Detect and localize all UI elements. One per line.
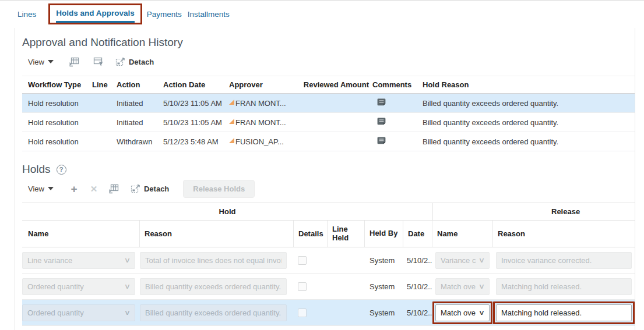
- col-header-action-date[interactable]: Action Date: [163, 80, 229, 89]
- release-reason-value: Matching hold released.: [501, 308, 627, 317]
- col-header-hold-reason[interactable]: Reason: [140, 221, 294, 247]
- comments-cell: [372, 98, 423, 108]
- hold-reason-cell: Billed quantity exceeds ordered quantity…: [423, 118, 635, 127]
- query-by-example-button[interactable]: [91, 55, 106, 68]
- col-header-release-reason[interactable]: Reason: [493, 221, 635, 247]
- col-header-line[interactable]: Line: [92, 80, 117, 89]
- details-checkbox[interactable]: [298, 282, 307, 291]
- approval-history-table: Workflow Type Line Action Action Date Ap…: [22, 76, 635, 151]
- detach-button[interactable]: Detach: [115, 57, 154, 66]
- holds-title-text: Holds: [22, 163, 51, 176]
- release-holds-button[interactable]: Release Holds: [183, 180, 255, 198]
- release-name-select[interactable]: Match override ∨: [435, 304, 490, 321]
- workflow-type-cell: Hold resolution: [28, 118, 92, 127]
- holds-table-row[interactable]: Ordered quantity ∨ Billed quantity excee…: [22, 300, 635, 326]
- invoice-detail-page: Lines Holds and Approvals Payments Insta…: [0, 0, 644, 330]
- approval-table-row[interactable]: Hold resolution Initiated 5/10/23 11:05 …: [22, 94, 635, 113]
- holds-table-header: Name Reason Details Line Held Held By Da…: [22, 221, 635, 247]
- details-checkbox[interactable]: [298, 256, 307, 265]
- release-reason-cell: Matching hold released.: [493, 275, 635, 298]
- tab-payments[interactable]: Payments: [147, 10, 182, 19]
- release-name-value: Match override: [441, 308, 476, 317]
- col-header-action[interactable]: Action: [117, 80, 163, 89]
- release-reason-annotation-box: Matching hold released.: [493, 275, 635, 298]
- release-reason-input: Matching hold released.: [496, 278, 632, 295]
- help-icon[interactable]: ?: [57, 165, 66, 175]
- holds-detach-button[interactable]: Detach: [131, 184, 169, 193]
- details-checkbox[interactable]: [298, 308, 307, 317]
- col-header-held-by[interactable]: Held By: [365, 221, 403, 247]
- comments-cell: [372, 117, 423, 127]
- export-to-excel-button[interactable]: [66, 55, 82, 68]
- release-reason-cell: Invoice variance corrected.: [493, 249, 635, 272]
- col-header-line-held[interactable]: Line Held: [328, 221, 365, 247]
- release-name-value: Match override: [441, 282, 476, 291]
- export-table-icon: [69, 57, 79, 67]
- caret-down-icon: [48, 187, 54, 190]
- approver-cell: FRAN MONT...: [229, 99, 301, 108]
- release-name-annotation-box: Match override ∨: [432, 301, 492, 324]
- release-reason-value: Matching hold released.: [501, 282, 627, 291]
- approver-name: FRAN MONT...: [235, 99, 286, 108]
- action-date-cell: 5/12/23 5:48 AM: [163, 137, 229, 146]
- hold-name-select: Ordered quantity ∨: [22, 304, 135, 321]
- group-header-hold: Hold: [22, 207, 432, 216]
- holds-table-row[interactable]: Ordered quantity ∨ Billed quantity excee…: [22, 274, 635, 300]
- view-menu-button[interactable]: View: [22, 58, 54, 66]
- hold-reason-value: Billed quantity exceeds ordered quantity…: [145, 282, 281, 291]
- date-cell: 5/10/2...: [403, 256, 432, 265]
- approval-table-row[interactable]: Hold resolution Initiated 5/10/23 11:05 …: [22, 113, 635, 132]
- holds-view-menu-button[interactable]: View: [22, 184, 54, 193]
- col-header-reviewed-amount[interactable]: Reviewed Amount: [301, 80, 372, 89]
- details-cell: [294, 282, 328, 291]
- comment-icon[interactable]: [377, 98, 386, 107]
- details-cell: [294, 308, 328, 317]
- active-tab-underline: [56, 21, 135, 23]
- view-menu-label: View: [28, 58, 44, 66]
- release-name-cell: Variance corrected ∨: [432, 249, 493, 272]
- tab-lines[interactable]: Lines: [17, 10, 36, 19]
- hold-name-value: Line variance: [27, 256, 121, 265]
- release-name-value: Variance corrected: [441, 256, 476, 265]
- chevron-down-icon: ∨: [124, 256, 131, 264]
- action-date-cell: 5/10/23 11:05 AM: [163, 118, 229, 127]
- tab-installments[interactable]: Installments: [188, 10, 230, 19]
- comment-icon[interactable]: [377, 136, 386, 145]
- action-date-cell: 5/10/23 11:05 AM: [163, 99, 229, 108]
- chevron-down-icon: ∨: [478, 256, 485, 264]
- release-reason-annotation-box: Invoice variance corrected.: [493, 249, 635, 272]
- detach-label: Detach: [144, 184, 169, 193]
- holds-table-row[interactable]: Line variance ∨ Total of invoice lines d…: [22, 247, 635, 274]
- hold-name-select: Line variance ∨: [22, 252, 135, 269]
- col-header-workflow-type[interactable]: Workflow Type: [28, 80, 92, 89]
- hold-reason-cell: Billed quantity exceeds ordered quantity…: [140, 304, 294, 321]
- approver-name: FUSION_AP...: [235, 137, 284, 146]
- approval-table-row[interactable]: Hold resolution Withdrawn 5/12/23 5:48 A…: [22, 132, 635, 151]
- col-header-date[interactable]: Date: [403, 221, 432, 247]
- col-header-comments[interactable]: Comments: [372, 80, 423, 89]
- col-header-hold-name[interactable]: Name: [22, 221, 140, 247]
- release-reason-input[interactable]: Matching hold released.: [496, 304, 632, 321]
- date-cell: 5/10/2...: [403, 282, 432, 291]
- holds-export-to-excel-button[interactable]: [106, 182, 121, 195]
- col-header-details[interactable]: Details: [294, 221, 328, 247]
- release-name-annotation-box: Variance corrected ∨: [432, 249, 492, 272]
- col-header-release-name[interactable]: Name: [432, 221, 493, 247]
- approval-section-title: Approval and Notification History: [22, 36, 635, 49]
- holds-view-menu-label: View: [28, 184, 44, 193]
- release-reason-cell: Matching hold released.: [493, 301, 635, 324]
- detach-label: Detach: [129, 58, 154, 66]
- holds-section-title: Holds ?: [22, 163, 635, 176]
- approver-note-flag-icon: [229, 100, 234, 105]
- col-header-hold-reason[interactable]: Hold Reason: [423, 80, 635, 89]
- tab-holds-and-approvals[interactable]: Holds and Approvals: [56, 9, 135, 17]
- workflow-type-cell: Hold resolution: [28, 137, 92, 146]
- hold-reason-cell: Billed quantity exceeds ordered quantity…: [140, 278, 294, 295]
- col-header-approver[interactable]: Approver: [229, 80, 301, 89]
- delete-row-button[interactable]: ✕: [86, 182, 101, 195]
- holds-toolbar: View + ✕: [22, 177, 635, 200]
- release-name-cell: Match override ∨: [432, 275, 493, 298]
- hold-reason-input: Total of invoice lines does not equal in…: [140, 252, 287, 269]
- add-row-button[interactable]: +: [66, 182, 82, 195]
- comment-icon[interactable]: [377, 117, 386, 126]
